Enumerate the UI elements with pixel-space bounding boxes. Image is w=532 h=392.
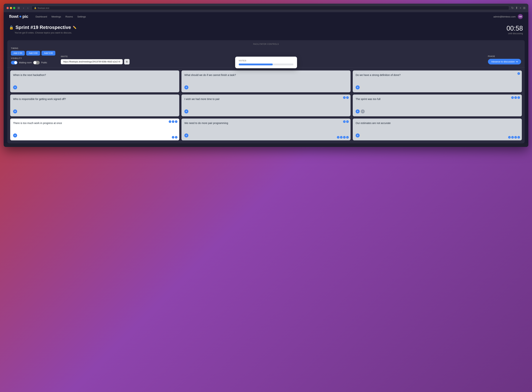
add-2-button[interactable]: Add 2:00 [11,51,25,56]
add-vote-button[interactable]: + [184,109,188,113]
close-button[interactable] [7,7,9,9]
card-text: Do we have a strong definition of done? [356,73,519,83]
card-text: There is too much work in progress at on… [13,121,176,131]
card-bottom: + − [356,109,519,113]
logo: flowt pic [9,14,28,19]
advance-icon: ➜ [516,60,518,63]
page-header: 🔒 Sprint #19 Retrospective ✏️ You've got… [4,21,528,40]
vote-dot [343,120,346,123]
card-sprint-too-full: The sprint was too full + − [353,94,522,116]
copy-button[interactable]: ⎘ [124,59,130,65]
nav-rooms[interactable]: Rooms [65,14,73,19]
phase-label: PHASE [488,55,521,57]
vote-dot [343,96,346,99]
card-bottom: + [13,133,176,137]
vote-dot [511,136,514,139]
browser-window: ⊞ ‹ › 🔒 flowtopic.test ↻ ⬆ + ⊞ flowt pic… [4,4,528,147]
page-title-area: 🔒 Sprint #19 Retrospective ✏️ You've got… [9,25,76,34]
vote-dot [514,96,517,99]
card-bottom: + [184,85,348,89]
browser-actions: ↻ ⬆ + ⊞ [511,6,525,10]
bottom-votes [172,136,177,139]
waiting-room-toggle[interactable] [11,61,18,65]
fc-label: FACILITATOR CONTROLS [11,43,521,45]
new-tab-button[interactable]: + [520,6,521,10]
vote-dot [175,136,177,139]
waiting-room-label: Waiting room [19,61,32,64]
nav-dashboard[interactable]: Dashboard [36,14,47,19]
add-vote-button[interactable]: + [13,133,17,137]
card-text: I wish we had more time to pair [184,98,348,107]
user-avatar[interactable]: GB [518,14,523,19]
public-label: Public [41,61,47,64]
advance-button-label: Advance to discussion [491,60,515,63]
timer-display: 00:58 [507,25,523,32]
card-text: Who is responsible for getting work sign… [13,98,176,107]
add-5-button[interactable]: Add 5:00 [42,51,55,56]
url-text: flowtopic.test [38,7,49,9]
add-vote-button[interactable]: + [184,133,188,137]
minimize-button[interactable] [10,7,12,9]
logo-dot [19,16,21,18]
add-vote-button[interactable]: + [184,85,188,89]
vote-dot [511,96,514,99]
nav-settings[interactable]: Settings [77,14,86,19]
card-votes [518,72,520,75]
cards-area: When is the next hackathon? + What shoul… [7,68,525,143]
back-button[interactable]: ‹ [22,6,25,10]
votes-overlay: VOTES [235,57,297,68]
card-votes [343,96,349,99]
add-3-button[interactable]: Add 3:00 [26,51,40,56]
card-text: We need to do more pair programming [184,121,348,131]
reload-button[interactable]: ↻ [511,6,513,10]
nav-meetings[interactable]: Meetings [51,14,61,19]
address-bar[interactable]: 🔒 flowtopic.test [32,6,509,10]
vote-dot [518,136,520,139]
add-vote-button[interactable]: + [356,133,360,137]
vote-dot [172,120,174,123]
card-more-time-pair: I wish we had more time to pair + [181,94,351,116]
invite-label: INVITE [61,56,130,57]
add-vote-button[interactable]: + [13,85,17,89]
card-definition-done: Do we have a strong definition of done? … [353,70,522,92]
remove-vote-button[interactable]: − [361,109,365,113]
page-title: 🔒 Sprint #19 Retrospective ✏️ [9,25,76,30]
main-panel: FACILITATOR CONTROLS TIMING Add 2:00 Add… [7,40,525,143]
card-bottom: + [184,133,348,137]
vote-dot [175,120,177,123]
timer-area: 00:58 until discussing [507,25,523,35]
user-email: admin@bimteso.com [493,15,516,18]
edit-icon[interactable]: ✏️ [73,26,76,29]
advance-button[interactable]: Advance to discussion ➜ [488,59,521,65]
app-content: flowt pic Dashboard Meetings Rooms Setti… [4,12,528,143]
add-vote-button[interactable]: + [356,109,360,113]
grid-button[interactable]: ⊞ [523,6,525,10]
logo-text-2: pic [22,14,28,19]
vote-dot [346,136,349,139]
vote-dot [518,72,520,75]
card-text: Our estimates are not accurate [356,121,519,131]
card-bottom: + [184,109,348,113]
logo-text: flowt [9,14,19,19]
lock-icon: 🔒 [9,25,14,30]
add-vote-button[interactable]: + [13,109,17,113]
invite-url-input[interactable] [61,59,123,64]
card-bottom: + [13,85,176,89]
lock-icon: 🔒 [34,7,37,9]
maximize-button[interactable] [13,7,15,9]
sidebar-toggle-button[interactable]: ⊞ [18,6,20,10]
timer-label: until discussing [507,32,523,35]
vote-dot [508,136,511,139]
timing-buttons: Add 2:00 Add 3:00 Add 5:00 [11,51,55,56]
card-when-hackathon: When is the next hackathon? + [10,70,179,92]
timing-section: TIMING Add 2:00 Add 3:00 Add 5:00 VISIBI… [11,47,55,65]
share-button[interactable]: ⬆ [515,6,518,10]
forward-button[interactable]: › [26,6,29,10]
public-toggle[interactable] [33,61,40,65]
browser-toolbar: ⊞ ‹ › 🔒 flowtopic.test ↻ ⬆ + ⊞ [4,4,528,12]
vote-dot [169,120,171,123]
card-too-much-wip: There is too much work in progress at on… [10,119,179,140]
add-vote-button[interactable]: + [356,85,360,89]
card-bottom: + [356,85,519,89]
card-cannot-finish: What should we do if we cannot finish a … [181,70,351,92]
